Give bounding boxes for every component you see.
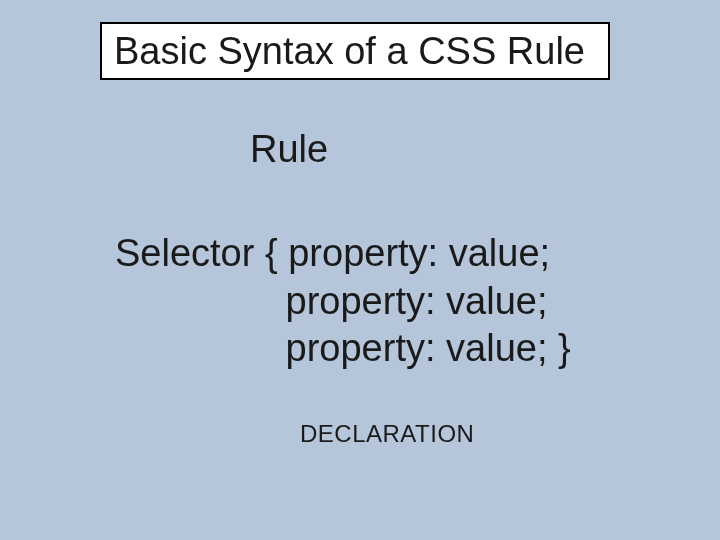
syntax-prop-1: property: value; [288, 232, 550, 274]
syntax-block: Selector { property: value; property: va… [115, 230, 571, 373]
syntax-line-3: property: value; } [115, 325, 571, 373]
syntax-selector: Selector { [115, 232, 288, 274]
syntax-prop-2: property: value; [286, 280, 548, 322]
rule-label: Rule [250, 128, 328, 171]
declaration-label: DECLARATION [300, 420, 474, 448]
slide-title-box: Basic Syntax of a CSS Rule [100, 22, 610, 80]
syntax-line-2: property: value; [115, 278, 571, 326]
slide-title: Basic Syntax of a CSS Rule [114, 30, 585, 73]
syntax-prop-3: property: value; } [286, 327, 571, 369]
syntax-line-1: Selector { property: value; [115, 230, 571, 278]
